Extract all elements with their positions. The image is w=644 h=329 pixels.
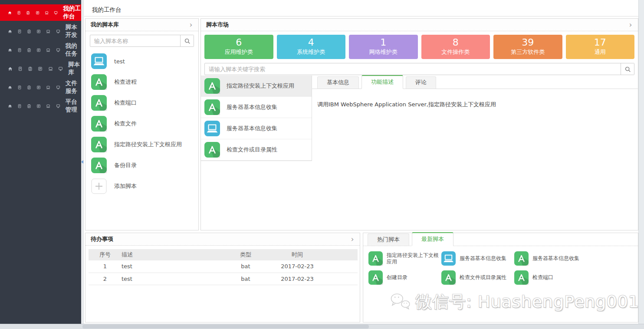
horizontal-scrollbar[interactable] <box>0 324 644 329</box>
category-label: 应用维护类 <box>204 48 273 56</box>
lib-script-item[interactable]: 指定路径安装上下文根应用 <box>85 134 198 155</box>
category-label: 网络维护类 <box>349 48 418 56</box>
my-script-lib-header: 我的脚本库 › <box>85 19 198 31</box>
chevron-right-icon[interactable]: › <box>350 236 355 243</box>
script-detail: 基本信息 功能描述 评论 调用IBM WebSphere Application… <box>312 76 638 120</box>
market-script-item[interactable]: 检查文件或目录属性 <box>201 139 312 161</box>
home-icon <box>8 10 12 16</box>
tab-basic-info[interactable]: 基本信息 <box>317 76 359 89</box>
script-label: 备份目录 <box>114 161 137 169</box>
sidebar-item-label: 我的任务 <box>66 42 81 58</box>
lib-script-item[interactable]: 检查文件 <box>85 113 198 134</box>
my-tasks-icon <box>26 10 30 16</box>
latest-scripts-panel: 热门脚本 最新脚本 指定路径安装上下文根应用 服务器基本信息收集 服务器基本信息… <box>363 233 638 322</box>
category-card[interactable]: 39 第三方软件类 <box>493 35 562 59</box>
sidebar-item[interactable]: 脚本库 <box>0 60 81 77</box>
tab-comments[interactable]: 评论 <box>406 76 436 89</box>
sidebar-item[interactable]: 文件服务 <box>0 79 81 95</box>
script-label: 服务器基本信息收集 <box>460 255 506 262</box>
script-label: 指定路径安装上下文根应用 <box>387 252 440 265</box>
sidebar-item[interactable]: 我的任务 <box>0 42 81 58</box>
category-card[interactable]: 6 应用维护类 <box>204 35 273 59</box>
file-service-icon <box>46 103 50 109</box>
col-desc: 描述 <box>122 249 220 260</box>
col-type: 类型 <box>220 249 272 260</box>
home-icon <box>8 66 13 72</box>
category-card[interactable]: 1 网络维护类 <box>349 35 418 59</box>
lib-script-item[interactable]: 检查进程 <box>85 72 198 92</box>
market-search-button[interactable] <box>621 63 634 75</box>
script-label: 服务器基本信息收集 <box>532 255 579 262</box>
category-card[interactable]: 8 文件操作类 <box>421 35 490 59</box>
todo-row[interactable]: 2 test bat 2017-02-23 <box>89 273 358 285</box>
script-market-header: 脚本市场 › <box>201 19 638 31</box>
sidebar-item[interactable]: 平台管理 <box>0 98 81 114</box>
lib-search-input[interactable] <box>90 35 180 46</box>
chevron-right-icon[interactable]: › <box>628 21 633 29</box>
sidebar-collapse-handle[interactable] <box>81 0 84 324</box>
my-tasks-icon <box>27 84 31 91</box>
script-label: 检查端口 <box>532 274 553 281</box>
script-label: 指定路径安装上下文根应用 <box>227 82 294 90</box>
platform-icon <box>56 28 60 35</box>
sidebar-item[interactable]: 脚本开发 <box>0 23 81 39</box>
workbench-window: 我的工作台 脚本开发 我的任务 <box>0 0 644 329</box>
panel-title: 待办事项 <box>91 235 113 243</box>
panel-title: 我的脚本库 <box>91 21 119 29</box>
script-label: 指定路径安装上下文根应用 <box>114 141 182 148</box>
file-service-icon <box>46 84 50 91</box>
lib-script-item[interactable]: 检查端口 <box>85 92 198 113</box>
script-label: 检查进程 <box>114 78 137 86</box>
latest-script-grid: 指定路径安装上下文根应用 服务器基本信息收集 服务器基本信息收集 创建目录 <box>363 246 638 285</box>
sidebar-item-label: 文件服务 <box>66 79 81 95</box>
todo-table-head: 序号 描述 类型 时间 <box>89 249 358 260</box>
category-count: 39 <box>493 36 562 48</box>
script-lib-icon <box>36 10 39 16</box>
market-script-item[interactable]: 指定路径安装上下文根应用 <box>201 76 312 97</box>
home-icon <box>8 47 12 53</box>
market-search-input[interactable] <box>205 63 621 75</box>
tab-latest-scripts[interactable]: 最新脚本 <box>412 232 453 246</box>
script-lib-icon <box>36 103 41 109</box>
latest-script-item[interactable]: 检查端口 <box>514 270 638 285</box>
script-dev-icon <box>17 28 22 35</box>
chevron-right-icon[interactable]: › <box>189 21 193 29</box>
category-card[interactable]: 17 通用 <box>566 35 635 59</box>
latest-script-item[interactable]: 服务器基本信息收集 <box>441 251 514 266</box>
sidebar-item[interactable]: 我的工作台 <box>0 4 81 21</box>
latest-script-item[interactable]: 创建目录 <box>368 270 441 285</box>
platform-icon <box>54 10 58 16</box>
script-market-panel: 脚本市场 › 6 应用维护类 4 系统维护类 1 网络维护类 8 文件操作类 3… <box>200 18 638 230</box>
tab-function-desc[interactable]: 功能描述 <box>361 75 403 89</box>
lib-script-item[interactable]: 添加脚本 <box>85 176 198 197</box>
my-tasks-icon <box>27 28 31 35</box>
lib-script-item[interactable]: 备份目录 <box>85 155 198 176</box>
market-script-item[interactable]: 服务器基本信息收集 <box>201 97 312 118</box>
latest-script-item[interactable]: 指定路径安装上下文根应用 <box>368 251 441 266</box>
script-dev-icon <box>17 84 22 91</box>
latest-script-item[interactable]: 检查文件或目录属性 <box>441 270 514 285</box>
lib-script-item[interactable]: test <box>85 51 198 72</box>
script-label: test <box>114 58 125 65</box>
tab-hot-scripts[interactable]: 热门脚本 <box>368 234 409 246</box>
latest-script-item[interactable]: 服务器基本信息收集 <box>514 251 638 266</box>
category-count: 6 <box>204 36 273 48</box>
file-service-icon <box>46 47 50 53</box>
category-label: 文件操作类 <box>421 48 490 56</box>
my-tasks-icon <box>28 66 33 72</box>
category-label: 第三方软件类 <box>493 48 562 56</box>
my-script-lib-panel: 我的脚本库 › test 检查进程 <box>85 18 199 230</box>
topbar: 我的工作台 <box>84 3 638 16</box>
script-description: 调用IBM WebSphere Application Server,指定路径安… <box>312 89 638 120</box>
sidebar: 我的工作台 脚本开发 我的任务 <box>0 0 81 324</box>
right-gutter <box>638 0 644 324</box>
category-card[interactable]: 4 系统维护类 <box>277 35 346 59</box>
market-script-item[interactable]: 服务器基本信息收集 <box>201 118 312 139</box>
script-lib-icon <box>36 28 41 35</box>
lib-search-button[interactable] <box>180 35 194 46</box>
todo-row[interactable]: 1 test bat 2017-02-23 <box>89 260 358 273</box>
home-icon <box>8 103 12 109</box>
col-time: 时间 <box>272 249 323 260</box>
scrollbar-thumb[interactable] <box>82 325 369 329</box>
sidebar-item-label: 我的工作台 <box>63 5 81 20</box>
